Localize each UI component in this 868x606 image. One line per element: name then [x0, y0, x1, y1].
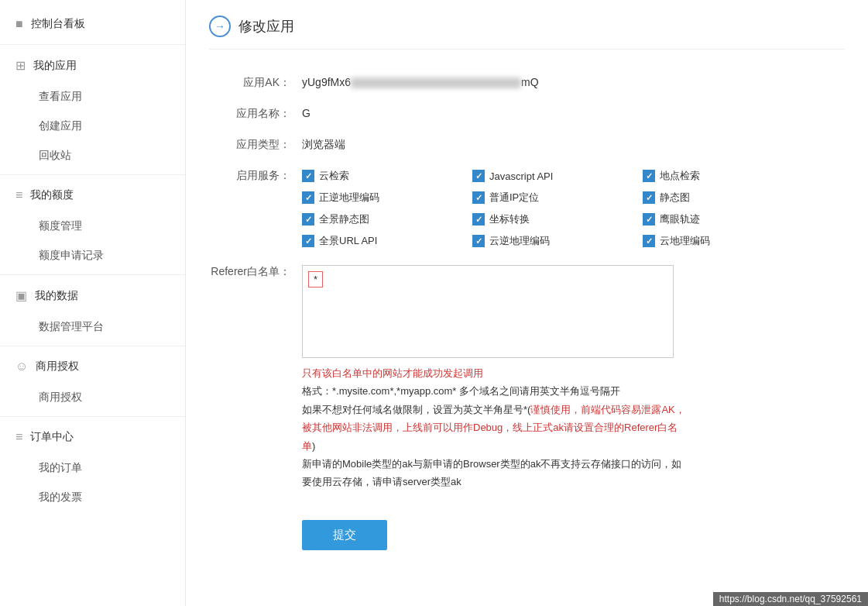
checkbox-geocoding[interactable] [302, 191, 314, 204]
service-coord-convert[interactable]: 坐标转换 [472, 212, 627, 226]
url-bar: https://blog.csdn.net/qq_37592561 [713, 592, 868, 606]
dashboard-icon: ■ [15, 17, 23, 31]
sidebar-item-data-platform[interactable]: 数据管理平台 [0, 312, 185, 342]
service-cloud-geocoding-label: 云地理编码 [660, 234, 710, 248]
order-icon: ≡ [15, 430, 22, 444]
sidebar: ■ 控制台看板 ⊞ 我的应用 查看应用 创建应用 回收站 ≡ 我的额度 额度管理… [0, 0, 186, 606]
main-content: → 修改应用 应用AK： yUg9fMx6mQ 应用名称： G 应用类型： 浏览… [186, 0, 868, 606]
referer-container[interactable]: * [302, 265, 674, 358]
checkbox-ip-location[interactable] [472, 191, 485, 204]
form-row-services: 启用服务： 云检索 Javascript API 地点检索 [209, 166, 845, 248]
service-cloud-search[interactable]: 云检索 [302, 169, 457, 183]
referer-tag[interactable]: * [308, 271, 323, 288]
service-javascript-api-label: Javascript API [489, 170, 553, 182]
ak-label: 应用AK： [209, 73, 302, 90]
checkbox-static-map[interactable] [643, 191, 655, 204]
sidebar-item-my-invoice[interactable]: 我的发票 [0, 483, 185, 512]
service-geocoding[interactable]: 正逆地理编码 [302, 191, 457, 205]
service-coord-convert-label: 坐标转换 [489, 212, 530, 226]
checkbox-coord-convert[interactable] [472, 213, 485, 226]
services-label: 启用服务： [209, 166, 302, 183]
service-reverse-geocoding[interactable]: 云逆地理编码 [472, 234, 627, 248]
form-row-ak: 应用AK： yUg9fMx6mQ [209, 73, 845, 90]
sidebar-item-create-app[interactable]: 创建应用 [0, 112, 185, 141]
service-panorama-url-label: 全景URL API [319, 234, 377, 248]
service-eagle-track-label: 鹰眼轨迹 [660, 212, 700, 226]
sidebar-group-order[interactable]: ≡ 订单中心 [0, 421, 185, 453]
sidebar-item-dashboard[interactable]: ■ 控制台看板 [0, 8, 185, 40]
sidebar-item-view-apps[interactable]: 查看应用 [0, 82, 185, 112]
form-row-referer: Referer白名单： * 只有该白名单中的网站才能成功发起调用 格式：*.my… [209, 262, 845, 491]
submit-spacer [209, 505, 302, 508]
data-icon: ▣ [15, 288, 27, 303]
sidebar-group-my-apps[interactable]: ⊞ 我的应用 [0, 49, 185, 82]
checkbox-panorama-static[interactable] [302, 213, 314, 226]
name-value: G [302, 104, 845, 119]
referer-value: * 只有该白名单中的网站才能成功发起调用 格式：*.mysite.com*,*m… [302, 262, 845, 491]
type-label: 应用类型： [209, 135, 302, 152]
sidebar-item-recycle[interactable]: 回收站 [0, 141, 185, 170]
service-ip-location[interactable]: 普通IP定位 [472, 191, 627, 205]
service-place-search-label: 地点检索 [660, 169, 700, 183]
service-panorama-url[interactable]: 全景URL API [302, 234, 457, 248]
hint-4: 新申请的Mobile类型的ak与新申请的Browser类型的ak不再支持云存储接… [302, 455, 689, 491]
checkbox-place-search[interactable] [643, 170, 655, 182]
hint-section: 只有该白名单中的网站才能成功发起调用 格式：*.mysite.com*,*mya… [302, 364, 689, 491]
referer-label: Referer白名单： [209, 262, 302, 279]
service-cloud-search-label: 云检索 [319, 169, 349, 183]
checkbox-eagle-track[interactable] [643, 213, 655, 226]
ak-suffix: mQ [521, 76, 539, 88]
sidebar-item-biz-auth[interactable]: 商用授权 [0, 383, 185, 412]
referer-input[interactable] [328, 272, 461, 287]
type-value: 浏览器端 [302, 135, 845, 152]
form-row-name: 应用名称： G [209, 104, 845, 121]
submit-button[interactable]: 提交 [302, 520, 387, 550]
submit-value: 提交 [302, 505, 845, 550]
form-row-submit: 提交 [209, 505, 845, 550]
service-static-map-label: 静态图 [660, 191, 690, 205]
ak-blurred [351, 77, 521, 88]
name-label: 应用名称： [209, 104, 302, 121]
apps-icon: ⊞ [15, 58, 26, 73]
services-grid: 云检索 Javascript API 地点检索 正逆地理编码 [302, 169, 845, 248]
sidebar-item-my-order[interactable]: 我的订单 [0, 453, 185, 483]
hint-3-red: 谨慎使用，前端代码容易泄露AK，被其他网站非法调用，上线前可以用作Debug，线… [302, 404, 685, 452]
sidebar-group-my-data[interactable]: ▣ 我的数据 [0, 279, 185, 312]
services-value: 云检索 Javascript API 地点检索 正逆地理编码 [302, 166, 845, 248]
checkbox-cloud-search[interactable] [302, 170, 314, 182]
service-javascript-api[interactable]: Javascript API [472, 169, 627, 183]
sidebar-item-quota-manage[interactable]: 额度管理 [0, 212, 185, 241]
service-reverse-geocoding-label: 云逆地理编码 [489, 234, 550, 248]
service-cloud-geocoding[interactable]: 云地理编码 [643, 234, 798, 248]
hint-2: 格式：*.mysite.com*,*myapp.com* 多个域名之间请用英文半… [302, 382, 689, 400]
hint-3: 如果不想对任何域名做限制，设置为英文半角星号*(谨慎使用，前端代码容易泄露AK，… [302, 401, 689, 455]
service-panorama-static[interactable]: 全景静态图 [302, 212, 457, 226]
service-geocoding-label: 正逆地理编码 [319, 191, 379, 205]
quota-icon: ≡ [15, 188, 22, 202]
form-row-type: 应用类型： 浏览器端 [209, 135, 845, 152]
page-title-row: → 修改应用 [209, 15, 845, 50]
ak-value: yUg9fMx6mQ [302, 73, 845, 88]
hint-1: 只有该白名单中的网站才能成功发起调用 [302, 364, 689, 382]
sidebar-group-biz-auth[interactable]: ☺ 商用授权 [0, 350, 185, 383]
form-section: 应用AK： yUg9fMx6mQ 应用名称： G 应用类型： 浏览器端 启用服务… [209, 65, 845, 572]
checkbox-reverse-geocoding[interactable] [472, 235, 485, 247]
referer-tag-text: * [314, 274, 317, 285]
sidebar-group-my-quota[interactable]: ≡ 我的额度 [0, 179, 185, 212]
service-panorama-static-label: 全景静态图 [319, 212, 369, 226]
service-ip-location-label: 普通IP定位 [489, 191, 539, 205]
service-static-map[interactable]: 静态图 [643, 191, 798, 205]
checkbox-cloud-geocoding[interactable] [643, 235, 655, 247]
biz-icon: ☺ [15, 360, 28, 374]
page-title: 修改应用 [238, 17, 294, 36]
checkbox-javascript-api[interactable] [472, 170, 485, 182]
service-place-search[interactable]: 地点检索 [643, 169, 798, 183]
sidebar-item-quota-apply[interactable]: 额度申请记录 [0, 241, 185, 270]
page-title-icon: → [209, 15, 231, 37]
service-eagle-track[interactable]: 鹰眼轨迹 [643, 212, 798, 226]
checkbox-panorama-url[interactable] [302, 235, 314, 247]
ak-prefix: yUg9fMx6 [302, 76, 351, 88]
